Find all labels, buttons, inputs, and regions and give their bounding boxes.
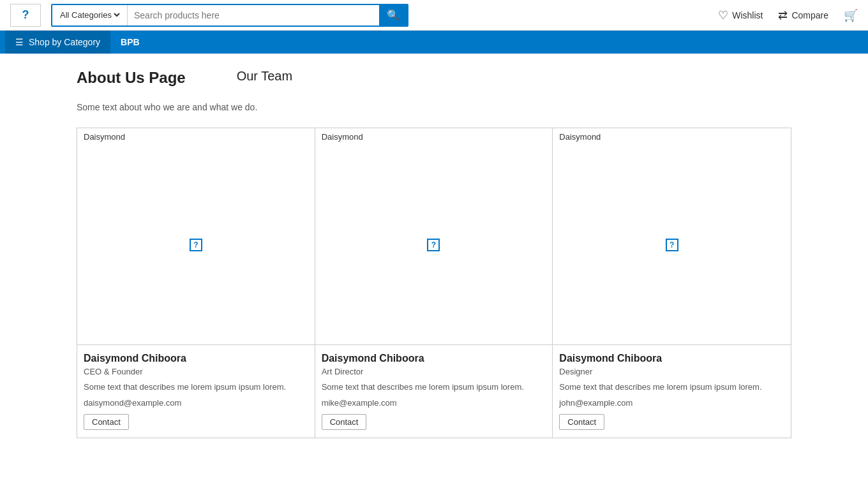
about-title: About Us Page — [77, 69, 186, 87]
category-dropdown[interactable]: All Categories — [52, 5, 128, 26]
team-card-placeholder: ? — [315, 145, 553, 344]
team-card-image-area: Daisymond ? — [553, 128, 791, 345]
team-card-image-area: Daisymond ? — [315, 128, 553, 345]
about-description: Some text about who we are and what we d… — [77, 102, 791, 112]
logo-box: ? — [10, 4, 41, 27]
category-select[interactable]: All Categories — [57, 10, 122, 20]
team-member-role: Art Director — [322, 367, 546, 376]
our-team-title: Our Team — [237, 69, 292, 87]
compare-button[interactable]: ⇄ Compare — [778, 8, 828, 22]
team-card: Daisymond ? Daisymond Chiboora Art Direc… — [315, 128, 553, 438]
cart-icon: 🛒 — [844, 8, 858, 22]
question-icon: ? — [22, 8, 29, 22]
team-card-label: Daisymond — [553, 128, 791, 145]
search-icon: 🔍 — [387, 9, 400, 21]
team-member-role: CEO & Founder — [84, 367, 308, 376]
team-grid: Daisymond ? Daisymond Chiboora CEO & Fou… — [77, 128, 791, 438]
team-member-description: Some text that describes me lorem ipsum … — [84, 381, 308, 393]
menu-icon: ☰ — [15, 37, 24, 47]
team-card-info: Daisymond Chiboora CEO & Founder Some te… — [77, 345, 315, 438]
team-card-label: Daisymond — [77, 128, 315, 145]
team-member-name: Daisymond Chiboora — [322, 353, 546, 364]
navigation-bar: ☰ Shop by Category BPB — [0, 31, 868, 54]
heart-icon: ♡ — [718, 8, 728, 22]
team-member-name: Daisymond Chiboora — [84, 353, 308, 364]
team-card-label: Daisymond — [315, 128, 553, 145]
team-card-image-area: Daisymond ? — [77, 128, 315, 345]
compare-label: Compare — [791, 10, 828, 20]
search-button[interactable]: 🔍 — [379, 5, 407, 26]
team-card: Daisymond ? Daisymond Chiboora CEO & Fou… — [77, 128, 315, 438]
nav-brand: BPB — [110, 37, 150, 47]
compare-icon: ⇄ — [778, 8, 788, 22]
placeholder-icon: ? — [666, 239, 678, 251]
team-card-info: Daisymond Chiboora Designer Some text th… — [553, 345, 791, 438]
team-card-info: Daisymond Chiboora Art Director Some tex… — [315, 345, 553, 438]
team-member-description: Some text that describes me lorem ipsum … — [322, 381, 546, 393]
shop-by-category-label: Shop by Category — [29, 37, 100, 47]
team-member-email: mike@example.com — [322, 398, 546, 408]
search-input[interactable] — [128, 5, 379, 26]
wishlist-label: Wishlist — [732, 10, 763, 20]
team-member-description: Some text that describes me lorem ipsum … — [559, 381, 784, 393]
contact-button[interactable]: Contact — [84, 414, 129, 430]
header-actions: ♡ Wishlist ⇄ Compare 🛒 — [718, 8, 858, 22]
team-member-email: daisymond@example.com — [84, 398, 308, 408]
team-member-role: Designer — [559, 367, 784, 376]
wishlist-button[interactable]: ♡ Wishlist — [718, 8, 763, 22]
team-card-placeholder: ? — [553, 145, 791, 344]
header: ? All Categories 🔍 ♡ Wishlist ⇄ Compare … — [0, 0, 868, 31]
contact-button[interactable]: Contact — [322, 414, 367, 430]
team-card: Daisymond ? Daisymond Chiboora Designer … — [553, 128, 791, 438]
placeholder-icon: ? — [427, 239, 440, 251]
search-bar: All Categories 🔍 — [51, 4, 408, 27]
contact-button[interactable]: Contact — [559, 414, 604, 430]
team-card-placeholder: ? — [77, 145, 315, 344]
team-member-email: john@example.com — [559, 398, 784, 408]
page-content: About Us Page Our Team Some text about w… — [0, 54, 868, 454]
placeholder-icon: ? — [190, 239, 202, 251]
shop-by-category-button[interactable]: ☰ Shop by Category — [5, 31, 110, 54]
cart-button[interactable]: 🛒 — [844, 8, 858, 22]
team-member-name: Daisymond Chiboora — [559, 353, 784, 364]
about-header: About Us Page Our Team — [77, 69, 791, 87]
